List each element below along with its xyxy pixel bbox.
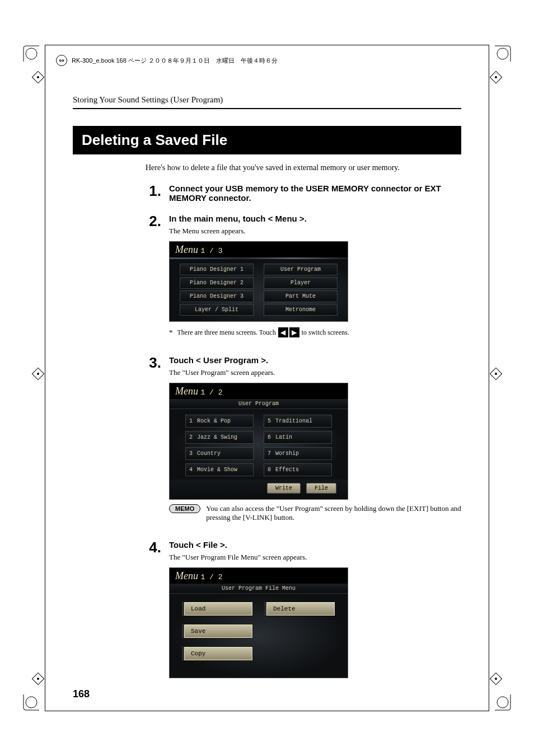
step-heading: Connect your USB memory to the USER MEMO…: [169, 184, 461, 203]
footnote-text-before: There are three menu screens. Touch: [177, 328, 278, 336]
menu-page-indicator: 1 / 3: [200, 247, 222, 255]
step-heading: Touch < File >.: [169, 540, 461, 550]
step-heading: In the main menu, touch < Menu >.: [169, 214, 461, 223]
menu-item-layer-split[interactable]: Layer / Split: [180, 304, 254, 316]
book-header: ⇔ RK-300_e.book 168 ページ ２００８年９月１０日 水曜日 午…: [56, 55, 478, 66]
menu-title: Menu: [175, 244, 198, 255]
nav-left-icon[interactable]: ◀: [278, 327, 288, 337]
register-mark: [490, 71, 503, 84]
register-mark: [490, 368, 503, 381]
svg-point-3: [497, 697, 508, 708]
page-number: 168: [73, 688, 90, 700]
user-program-slot-8[interactable]: 8Effects: [264, 463, 332, 476]
register-mark: [32, 71, 45, 84]
step-number: 2.: [146, 214, 161, 348]
menu-item-piano-designer-3[interactable]: Piano Designer 3: [180, 290, 254, 302]
memo-text: You can also access the "User Program" s…: [206, 504, 461, 522]
copy-button[interactable]: Copy: [182, 646, 253, 661]
user-program-slot-3[interactable]: 3Country: [185, 447, 254, 460]
svg-point-1: [497, 48, 508, 59]
breadcrumb-page: 1 / 2: [200, 573, 222, 581]
write-button[interactable]: Write: [267, 483, 301, 494]
file-button[interactable]: File: [306, 483, 336, 494]
user-program-slot-4[interactable]: 4Movie & Show: [185, 463, 254, 476]
breadcrumb-page: 1 / 2: [200, 388, 222, 397]
menu-screenshot: Menu 1 / 3 Piano Designer 1 User Program…: [169, 241, 348, 322]
menu-footnote: * There are three menu screens. Touch ◀▶…: [169, 327, 461, 337]
register-mark: [32, 673, 45, 685]
footnote-text-after: to switch screens.: [302, 328, 349, 336]
menu-item-user-program[interactable]: User Program: [264, 264, 338, 275]
user-program-slot-1[interactable]: 1Rock & Pop: [185, 415, 254, 428]
step-text: The Menu screen appears.: [169, 227, 461, 236]
crop-mark-bl: [17, 694, 39, 717]
crop-mark-tr: [495, 39, 517, 62]
user-program-file-menu-screenshot: Menu 1 / 2 User Program File Menu Load D…: [169, 567, 348, 678]
user-program-header: User Program: [170, 399, 348, 409]
running-head-rule: [73, 108, 461, 109]
file-menu-header: User Program File Menu: [170, 584, 348, 594]
step-number: 1.: [146, 184, 161, 206]
save-button[interactable]: Save: [182, 624, 253, 638]
memo: MEMO You can also access the "User Progr…: [169, 504, 461, 522]
register-mark: [32, 368, 45, 381]
section-title: Deleting a Saved File: [73, 126, 461, 154]
running-head: Storing Your Sound Settings (User Progra…: [73, 95, 461, 105]
step-4: 4. Touch < File >. The "User Program Fil…: [146, 540, 461, 683]
user-program-screenshot: Menu 1 / 2 User Program 1Rock & Pop 5Tra…: [169, 383, 348, 500]
asterisk: *: [169, 328, 173, 337]
menu-item-piano-designer-2[interactable]: Piano Designer 2: [180, 277, 254, 289]
step-number: 4.: [146, 540, 161, 683]
register-mark: [490, 673, 503, 685]
menu-item-player[interactable]: Player: [264, 277, 338, 289]
memo-badge: MEMO: [169, 504, 200, 513]
breadcrumb-title: Menu: [175, 570, 198, 581]
menu-item-part-mute[interactable]: Part Mute: [264, 290, 338, 302]
breadcrumb-title: Menu: [175, 386, 198, 397]
step-text: The "User Program File Menu" screen appe…: [169, 553, 461, 562]
step-number: 3.: [146, 355, 161, 532]
delete-button[interactable]: Delete: [264, 602, 335, 616]
user-program-slot-7[interactable]: 7Worship: [264, 447, 332, 460]
user-program-slot-6[interactable]: 6Latin: [264, 431, 332, 444]
svg-point-0: [26, 48, 37, 59]
user-program-slot-2[interactable]: 2Jazz & Swing: [185, 431, 254, 444]
nav-right-icon[interactable]: ▶: [289, 327, 299, 337]
book-header-text: RK-300_e.book 168 ページ ２００８年９月１０日 水曜日 午後４…: [72, 57, 278, 65]
intro-text: Here's how to delete a file that you've …: [146, 163, 461, 172]
crop-mark-tl: [17, 39, 39, 62]
step-heading: Touch < User Program >.: [169, 355, 461, 365]
crop-mark-br: [495, 694, 517, 717]
step-3: 3. Touch < User Program >. The "User Pro…: [146, 355, 461, 532]
svg-point-2: [26, 697, 37, 708]
menu-item-piano-designer-1[interactable]: Piano Designer 1: [180, 264, 254, 275]
load-button[interactable]: Load: [182, 602, 253, 616]
menu-item-metronome[interactable]: Metronome: [264, 304, 338, 316]
step-text: The "User Program" screen appears.: [169, 368, 461, 377]
step-1: 1. Connect your USB memory to the USER M…: [146, 184, 461, 206]
user-program-slot-5[interactable]: 5Traditional: [264, 415, 332, 428]
step-2: 2. In the main menu, touch < Menu >. The…: [146, 214, 461, 348]
